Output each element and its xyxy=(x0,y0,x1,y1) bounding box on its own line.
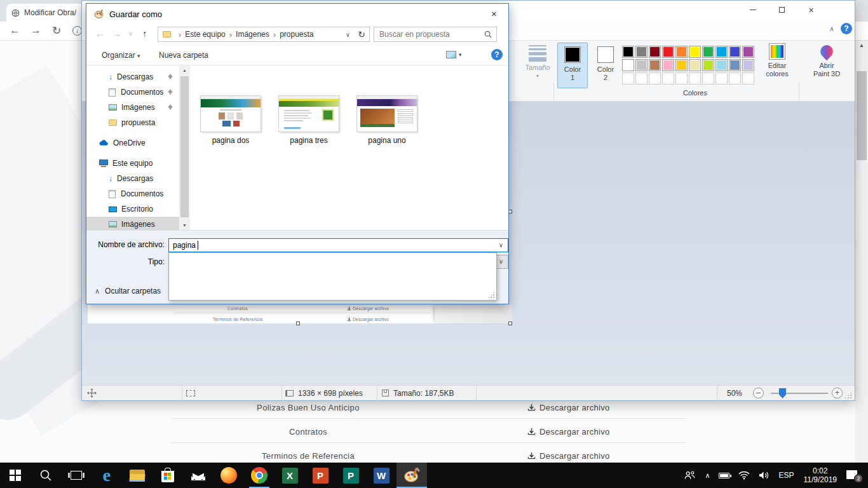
canvas-resize-handle-bottom[interactable] xyxy=(296,322,300,325)
maximize-button[interactable] xyxy=(768,1,796,19)
zoom-out-button[interactable]: – xyxy=(753,388,764,398)
zoom-slider-thumb[interactable] xyxy=(779,388,786,398)
palette-color[interactable] xyxy=(742,46,754,58)
filetype-dropdown-icon[interactable]: ∨ xyxy=(499,258,503,265)
people-button[interactable] xyxy=(679,463,700,488)
taskbar-excel[interactable]: X xyxy=(275,463,305,488)
back-button[interactable]: ← xyxy=(95,28,105,39)
edit-colors-button[interactable]: Editar colores xyxy=(759,43,795,78)
palette-color[interactable] xyxy=(702,46,714,58)
taskbar-chrome[interactable] xyxy=(244,463,275,488)
action-center-button[interactable]: 2 xyxy=(842,463,868,488)
scroll-down-icon[interactable]: ▼ xyxy=(179,220,190,230)
download-link[interactable]: Descargar archivo xyxy=(527,451,610,461)
navpane-scrollbar[interactable]: ▲ ▼ xyxy=(179,65,190,230)
taskbar-edge[interactable]: e xyxy=(92,463,122,488)
zoom-in-button[interactable]: + xyxy=(832,388,843,398)
new-folder-button[interactable]: Nueva carpeta xyxy=(159,51,208,60)
address-dropdown-icon[interactable]: ∨ xyxy=(346,31,350,38)
sidebar-item-descargas[interactable]: ↓ Descargas xyxy=(86,69,179,85)
dropdown-resize-grip[interactable] xyxy=(487,291,495,299)
breadcrumb-propuesta[interactable]: propuesta xyxy=(280,30,313,39)
taskbar-search-button[interactable] xyxy=(31,463,61,488)
dialog-help-button[interactable]: ? xyxy=(491,49,503,60)
start-button[interactable] xyxy=(0,463,31,488)
palette-color[interactable] xyxy=(649,46,661,58)
palette-color[interactable] xyxy=(742,59,754,71)
file-pagina-dos[interactable]: pagina dos xyxy=(193,96,269,145)
palette-color[interactable] xyxy=(635,59,648,71)
taskbar-paint[interactable] xyxy=(397,463,427,488)
task-view-button[interactable] xyxy=(61,463,92,488)
canvas-resize-handle-corner[interactable] xyxy=(508,322,512,325)
browser-scrollbar[interactable]: ▲ xyxy=(855,41,868,463)
palette-color[interactable] xyxy=(729,59,741,71)
scrollbar-up-arrow[interactable]: ▲ xyxy=(855,41,868,51)
language-indicator[interactable]: ESP xyxy=(774,463,798,488)
file-pagina-tres[interactable]: pagina tres xyxy=(271,96,347,145)
wifi-indicator[interactable] xyxy=(734,463,754,488)
open-paint3d-button[interactable]: Abrir Paint 3D xyxy=(803,43,851,78)
taskbar-file-explorer[interactable] xyxy=(122,463,153,488)
address-bar[interactable]: › Este equipo › Imágenes › propuesta ∨ xyxy=(158,27,355,42)
sidebar-item-este-equipo[interactable]: Este equipo xyxy=(86,156,179,171)
battery-indicator[interactable] xyxy=(714,463,734,488)
hide-folders-button[interactable]: ∧ Ocultar carpetas xyxy=(95,287,161,295)
color2-button[interactable]: Color 2 xyxy=(592,43,620,88)
palette-color[interactable] xyxy=(715,46,728,58)
scrollbar-thumb[interactable] xyxy=(180,76,189,217)
taskbar-firefox[interactable] xyxy=(214,463,244,488)
sidebar-item-imagenes[interactable]: Imágenes xyxy=(86,100,179,115)
palette-color[interactable] xyxy=(622,59,634,71)
browser-forward-button[interactable]: → xyxy=(31,24,41,37)
clock[interactable]: 0:0211/9/2019 xyxy=(799,463,843,488)
palette-color[interactable] xyxy=(689,59,701,71)
organize-button[interactable]: Organizar ▾ xyxy=(102,51,140,60)
paint-help-button[interactable]: ? xyxy=(841,23,852,34)
taskbar-publisher[interactable]: P xyxy=(336,463,366,488)
tray-expand-button[interactable]: ∧ xyxy=(700,463,714,488)
volume-indicator[interactable] xyxy=(754,463,774,488)
dialog-close-button[interactable]: × xyxy=(480,4,508,24)
page-info-icon[interactable]: i xyxy=(72,26,82,36)
palette-color[interactable] xyxy=(675,59,688,71)
palette-color[interactable] xyxy=(715,59,728,71)
download-link[interactable]: Descargar archivo xyxy=(527,403,610,412)
browser-reload-button[interactable]: ↻ xyxy=(52,24,61,37)
window-resize-grip[interactable] xyxy=(844,391,852,399)
scroll-up-icon[interactable]: ▲ xyxy=(179,65,190,75)
filename-dropdown-icon[interactable]: ∨ xyxy=(499,241,503,248)
sidebar-item-propuesta[interactable]: propuesta xyxy=(86,115,179,130)
filename-autocomplete-dropdown[interactable] xyxy=(168,252,497,301)
refresh-button[interactable]: ↻ xyxy=(354,27,370,42)
download-link[interactable]: Descargar archivo xyxy=(527,427,610,437)
taskbar-word[interactable]: W xyxy=(366,463,397,488)
palette-color[interactable] xyxy=(649,59,661,71)
minimize-button[interactable] xyxy=(738,1,767,19)
palette-color[interactable] xyxy=(702,59,714,71)
sidebar-item-imagenes-pc[interactable]: Imágenes xyxy=(86,217,179,230)
up-button[interactable]: ↑ xyxy=(142,28,147,39)
breadcrumb-this-pc[interactable]: Este equipo xyxy=(185,30,225,39)
sidebar-item-documentos[interactable]: Documentos xyxy=(86,85,179,100)
browser-back-button[interactable]: ← xyxy=(10,24,20,37)
search-box[interactable] xyxy=(374,27,497,42)
sidebar-item-descargas-pc[interactable]: ↓ Descargas xyxy=(86,171,179,186)
taskbar-powerpoint[interactable]: P xyxy=(305,463,336,488)
file-pagina-uno[interactable]: pagina uno xyxy=(349,96,425,145)
zoom-slider[interactable] xyxy=(771,393,828,394)
palette-color[interactable] xyxy=(662,46,674,58)
scrollbar-thumb[interactable] xyxy=(857,71,867,160)
sidebar-item-onedrive[interactable]: OneDrive xyxy=(86,135,179,151)
palette-color[interactable] xyxy=(662,59,674,71)
color1-button[interactable]: Color 1 xyxy=(557,43,588,88)
collapse-ribbon-icon[interactable]: ∧ xyxy=(829,25,834,33)
close-button[interactable]: × xyxy=(797,1,825,19)
palette-color[interactable] xyxy=(675,46,688,58)
size-button[interactable]: Tamaño ▾ xyxy=(523,43,552,80)
search-input[interactable] xyxy=(374,30,484,39)
breadcrumb-pictures[interactable]: Imágenes xyxy=(236,30,269,39)
palette-color[interactable] xyxy=(689,46,701,58)
palette-color[interactable] xyxy=(622,46,634,58)
filename-input[interactable]: pagina ∨ xyxy=(168,238,508,252)
